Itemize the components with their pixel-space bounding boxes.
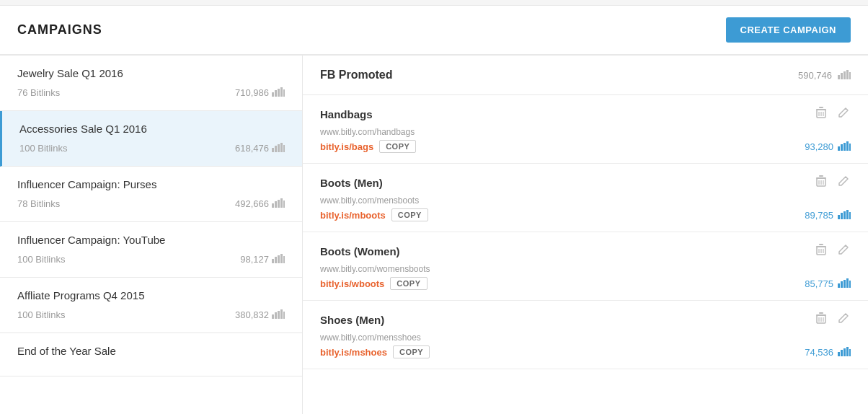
link-name: Shoes (Men)	[320, 314, 384, 326]
panel-stats-chart-icon	[838, 69, 851, 82]
svg-rect-38	[843, 143, 846, 151]
link-item-shoes-men: Shoes (Men)	[303, 301, 868, 369]
campaign-meta: 100 Bitlinks618,476	[19, 142, 285, 154]
panel-header: FB Promoted 590,746	[303, 56, 868, 95]
link-stats: 93,280	[805, 141, 851, 153]
svg-rect-59	[841, 281, 843, 288]
svg-rect-6	[275, 146, 277, 152]
copy-button[interactable]: COPY	[390, 277, 427, 290]
campaign-bitlinks: 100 Bitlinks	[17, 254, 65, 265]
svg-rect-62	[849, 281, 851, 288]
campaign-bitlinks: 100 Bitlinks	[17, 309, 65, 320]
bar-chart-icon	[272, 253, 285, 265]
svg-rect-11	[275, 201, 277, 208]
stats-chart-icon	[838, 278, 851, 290]
svg-rect-1	[275, 90, 277, 97]
link-bottom: bitly.is/bags COPY 93,280	[320, 140, 851, 153]
pencil-icon	[838, 175, 849, 187]
link-item-boots-men: Boots (Men)	[303, 164, 868, 232]
copy-button[interactable]: COPY	[391, 208, 428, 221]
bar-chart-icon	[272, 87, 285, 99]
svg-rect-12	[278, 200, 280, 208]
campaign-count: 492,666	[235, 198, 269, 209]
link-actions	[815, 105, 851, 123]
svg-rect-9	[283, 145, 285, 152]
svg-rect-13	[280, 198, 283, 208]
link-count: 89,785	[805, 210, 833, 221]
delete-button[interactable]	[815, 311, 828, 328]
svg-rect-2	[278, 89, 280, 97]
link-long-url: www.bitly.com/womensboots	[320, 264, 851, 274]
sidebar-item-affiliate-q4-2015[interactable]: Affliate Programs Q4 2015100 Bitlinks380…	[0, 278, 302, 333]
svg-rect-39	[846, 141, 849, 151]
link-long-url: www.bitly.com/mensboots	[320, 195, 851, 206]
edit-button[interactable]	[836, 105, 851, 123]
panel-stats-count: 590,746	[798, 70, 832, 81]
svg-rect-18	[280, 254, 283, 263]
svg-rect-31	[816, 109, 826, 110]
link-actions	[815, 242, 851, 260]
bitly-short-link[interactable]: bitly.is/bags	[320, 141, 373, 152]
svg-rect-64	[816, 314, 826, 316]
stats-chart-icon	[838, 346, 851, 358]
svg-rect-23	[280, 309, 283, 319]
sidebar-item-influencer-youtube[interactable]: Influencer Campaign: YouTube100 Bitlinks…	[0, 222, 302, 278]
link-bottom: bitly.is/wboots COPY 85,775	[320, 277, 851, 290]
right-panel: FB Promoted 590,746 Handbags	[303, 56, 868, 414]
svg-rect-21	[275, 312, 277, 319]
edit-button[interactable]	[836, 174, 851, 191]
sidebar-item-influencer-purses[interactable]: Influencer Campaign: Purses78 Bitlinks49…	[0, 167, 302, 222]
link-name: Handbags	[320, 108, 373, 120]
campaign-name: Affliate Programs Q4 2015	[17, 289, 285, 301]
bitly-short-link[interactable]: bitly.is/wboots	[320, 278, 384, 289]
svg-rect-20	[272, 314, 274, 319]
main-layout: Jewelry Sale Q1 201676 Bitlinks710,986Ac…	[0, 56, 868, 414]
sidebar-item-accessories-q1-2016[interactable]: Accessories Sale Q1 2016100 Bitlinks618,…	[0, 111, 302, 167]
pencil-icon	[838, 244, 849, 255]
sidebar-item-jewelry-q1-2016[interactable]: Jewelry Sale Q1 201676 Bitlinks710,986	[0, 56, 302, 111]
link-name: Boots (Women)	[320, 245, 400, 257]
create-campaign-button[interactable]: CREATE CAMPAIGN	[726, 17, 851, 43]
bar-chart-icon	[272, 142, 285, 154]
edit-button[interactable]	[836, 242, 851, 260]
link-count: 74,536	[805, 347, 833, 358]
link-actions	[815, 174, 851, 191]
link-bottom-left: bitly.is/mshoes COPY	[320, 345, 430, 358]
svg-rect-0	[272, 92, 274, 97]
campaign-name: Jewelry Sale Q1 2016	[17, 67, 285, 79]
campaign-bitlinks: 76 Bitlinks	[17, 87, 60, 98]
svg-rect-10	[272, 203, 274, 208]
sidebar-item-end-of-year-sale[interactable]: End of the Year Sale	[0, 333, 302, 376]
svg-rect-7	[278, 144, 280, 152]
svg-rect-51	[849, 212, 851, 219]
campaign-meta: 100 Bitlinks98,127	[17, 253, 285, 265]
svg-rect-25	[838, 75, 840, 79]
campaigns-sidebar: Jewelry Sale Q1 201676 Bitlinks710,986Ac…	[0, 56, 303, 414]
copy-button[interactable]: COPY	[379, 140, 416, 153]
delete-button[interactable]	[815, 242, 828, 260]
bitly-short-link[interactable]: bitly.is/mshoes	[320, 347, 387, 358]
svg-rect-3	[280, 87, 283, 97]
link-bottom: bitly.is/mshoes COPY 74,536	[320, 345, 851, 358]
svg-rect-27	[843, 71, 846, 79]
link-bottom: bitly.is/mboots COPY 89,785	[320, 208, 851, 221]
svg-rect-42	[816, 177, 826, 179]
pencil-icon	[838, 107, 849, 118]
svg-rect-65	[819, 312, 823, 314]
link-long-url: www.bitly.com/handbags	[320, 127, 851, 137]
link-stats: 74,536	[805, 346, 851, 358]
svg-rect-22	[278, 311, 280, 319]
copy-button[interactable]: COPY	[393, 345, 430, 358]
link-actions	[815, 311, 851, 328]
delete-button[interactable]	[815, 105, 828, 123]
edit-button[interactable]	[836, 311, 851, 328]
top-bar	[0, 0, 868, 6]
bar-chart-icon	[272, 198, 285, 210]
link-name: Boots (Men)	[320, 177, 383, 189]
bitly-short-link[interactable]: bitly.is/mboots	[320, 210, 386, 221]
svg-rect-16	[275, 257, 277, 263]
panel-header-stats: 590,746	[798, 69, 851, 82]
pencil-icon	[838, 312, 849, 324]
delete-button[interactable]	[815, 174, 828, 191]
svg-rect-17	[278, 255, 280, 263]
